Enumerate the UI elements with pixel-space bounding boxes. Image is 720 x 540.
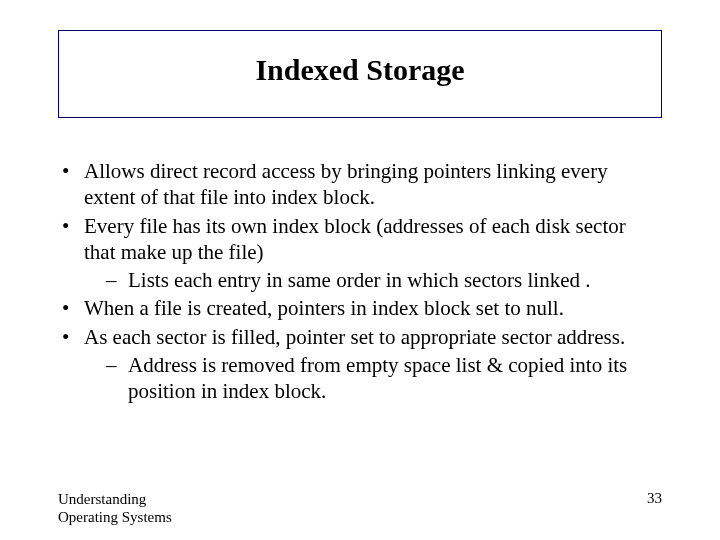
content-area: Allows direct record access by bringing … [58,158,662,404]
slide-title: Indexed Storage [69,53,651,87]
footer-source: Understanding Operating Systems [58,490,172,526]
sub-bullet-item: Address is removed from empty space list… [106,352,662,405]
sub-bullet-text: Lists each entry in same order in which … [128,268,590,292]
bullet-text: Allows direct record access by bringing … [84,159,608,209]
bullet-item: As each sector is filled, pointer set to… [58,324,662,405]
footer: Understanding Operating Systems 33 [58,490,662,526]
bullet-item: Every file has its own index block (addr… [58,213,662,294]
title-box: Indexed Storage [58,30,662,118]
bullet-text: As each sector is filled, pointer set to… [84,325,625,349]
bullet-list: Allows direct record access by bringing … [58,158,662,404]
slide: Indexed Storage Allows direct record acc… [0,0,720,540]
sub-bullet-item: Lists each entry in same order in which … [106,267,662,293]
footer-line2: Operating Systems [58,508,172,526]
footer-line1: Understanding [58,490,172,508]
sub-bullet-text: Address is removed from empty space list… [128,353,627,403]
bullet-text: When a file is created, pointers in inde… [84,296,564,320]
sub-bullet-list: Lists each entry in same order in which … [84,267,662,293]
bullet-item: Allows direct record access by bringing … [58,158,662,211]
page-number: 33 [647,490,662,507]
bullet-text: Every file has its own index block (addr… [84,214,626,264]
sub-bullet-list: Address is removed from empty space list… [84,352,662,405]
bullet-item: When a file is created, pointers in inde… [58,295,662,321]
